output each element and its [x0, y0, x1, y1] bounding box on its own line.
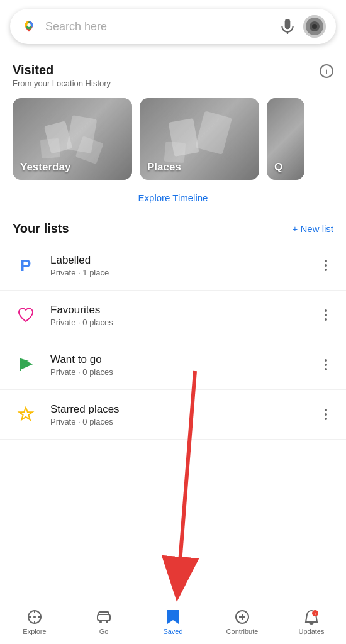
google-maps-icon: [20, 18, 38, 35]
card-label-places: Places: [147, 161, 181, 174]
more-options-starred-places[interactable]: [318, 407, 333, 422]
svg-text:P: P: [20, 256, 31, 275]
nav-label-explore: Explore: [23, 628, 46, 635]
go-icon: [96, 609, 112, 625]
svg-text:!: !: [315, 612, 316, 616]
list-meta-favourites: Private · 0 places: [50, 318, 318, 327]
nav-label-updates: Updates: [299, 628, 325, 635]
list-meta-starred-places: Private · 0 places: [50, 417, 318, 426]
visited-title: Visited: [13, 63, 111, 77]
card-label-more: Q: [274, 161, 282, 174]
nav-item-saved[interactable]: Saved: [138, 609, 208, 635]
nav-label-go: Go: [99, 628, 109, 635]
updates-icon: !: [303, 609, 320, 625]
mic-icon[interactable]: [279, 18, 296, 35]
list-info-starred-places: Starred places Private · 0 places: [50, 403, 318, 426]
list-name-starred-places: Starred places: [50, 403, 318, 416]
visited-card-yesterday[interactable]: Yesterday: [13, 98, 132, 180]
svg-rect-8: [40, 138, 61, 159]
nav-item-explore[interactable]: Explore: [0, 609, 69, 635]
explore-icon: [26, 609, 43, 625]
more-options-labelled[interactable]: [318, 258, 333, 273]
nav-item-contribute[interactable]: Contribute: [208, 609, 277, 635]
nav-item-updates[interactable]: ! Updates: [277, 609, 346, 635]
more-options-favourites[interactable]: [318, 308, 333, 323]
list-info-favourites: Favourites Private · 0 places: [50, 304, 318, 327]
list-item-favourites[interactable]: Favourites Private · 0 places: [0, 291, 346, 340]
search-input[interactable]: Search here: [45, 20, 272, 33]
visited-cards-row: Yesterday Places Q: [0, 91, 346, 187]
lists-container: P Labelled Private · 1 place Favourites: [0, 241, 346, 440]
svg-point-1: [27, 23, 31, 27]
nav-label-saved: Saved: [163, 628, 182, 635]
explore-timeline-link[interactable]: Explore Timeline: [138, 192, 208, 203]
list-meta-labelled: Private · 1 place: [50, 268, 318, 277]
card-label-yesterday: Yesterday: [20, 161, 70, 174]
list-icon-starred: [13, 401, 39, 428]
search-bar[interactable]: Search here: [10, 9, 336, 44]
list-item-want-to-go[interactable]: Want to go Private · 0 places: [0, 340, 346, 390]
svg-rect-12: [164, 142, 186, 164]
visited-section-header: Visited From your Location History i: [0, 53, 346, 91]
explore-timeline[interactable]: Explore Timeline: [0, 187, 346, 216]
nav-label-contribute: Contribute: [226, 628, 259, 635]
main-content: Visited From your Location History i Yes: [0, 53, 346, 490]
svg-rect-23: [98, 614, 110, 621]
more-options-want-to-go[interactable]: [318, 357, 333, 372]
svg-point-25: [106, 621, 108, 623]
list-icon-favourites: [13, 302, 39, 328]
list-name-labelled: Labelled: [50, 254, 318, 267]
visited-card-more[interactable]: Q: [267, 98, 304, 180]
info-icon[interactable]: i: [320, 64, 333, 78]
svg-point-24: [99, 621, 102, 623]
lists-header: Your lists + New list: [0, 216, 346, 241]
list-icon-want-to-go: [13, 352, 39, 378]
svg-rect-11: [195, 111, 232, 155]
list-item-labelled[interactable]: P Labelled Private · 1 place: [0, 241, 346, 291]
list-info-want-to-go: Want to go Private · 0 places: [50, 353, 318, 377]
list-name-want-to-go: Want to go: [50, 353, 318, 366]
contribute-icon: [234, 609, 250, 625]
nav-item-go[interactable]: Go: [69, 609, 138, 635]
list-meta-want-to-go: Private · 0 places: [50, 367, 318, 377]
list-item-starred-places[interactable]: Starred places Private · 0 places: [0, 390, 346, 440]
visited-subtitle: From your Location History: [13, 79, 111, 88]
list-info-labelled: Labelled Private · 1 place: [50, 254, 318, 277]
svg-point-18: [33, 616, 36, 618]
svg-point-5: [312, 24, 317, 29]
lists-title: Your lists: [13, 221, 69, 236]
bottom-nav: Explore Go Saved: [0, 599, 346, 644]
avatar[interactable]: [303, 15, 326, 38]
visited-card-places[interactable]: Places: [140, 98, 259, 180]
saved-icon: [165, 609, 181, 625]
list-name-favourites: Favourites: [50, 304, 318, 316]
svg-rect-14: [20, 358, 21, 371]
new-list-button[interactable]: + New list: [293, 223, 333, 234]
list-icon-labelled: P: [13, 252, 39, 279]
